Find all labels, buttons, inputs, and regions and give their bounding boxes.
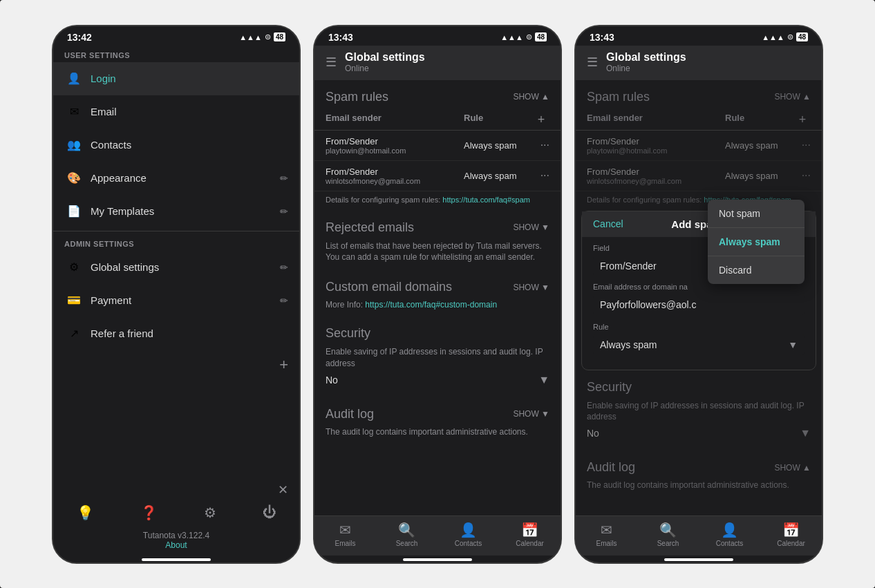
about-link[interactable]: About	[165, 540, 187, 550]
sidebar-item-email[interactable]: ✉ Email	[53, 95, 299, 129]
phone3-audit-header: Audit log SHOW ▲	[576, 451, 822, 480]
phone1: 13:42 ▲▲▲ ⊜ 48 USER SETTINGS 👤 Login ✉ E…	[52, 25, 301, 564]
edit-icon-payment: ✏	[280, 295, 288, 306]
phone3-status-icons: ▲▲▲ ⊜ 48	[762, 32, 808, 41]
audit-log-header: Audit log SHOW ▼	[314, 397, 561, 427]
email-label: Email	[91, 106, 288, 117]
phone3: 13:43 ▲▲▲ ⊜ 48 ☰ Global settings Online	[574, 25, 823, 564]
sidebar-item-appearance[interactable]: 🎨 Appearance ✏	[53, 162, 299, 195]
signal-icon: ▲▲▲	[500, 33, 523, 41]
sidebar-item-contacts[interactable]: 👥 Contacts	[53, 129, 299, 162]
col-rule-header: Rule	[464, 113, 533, 127]
logout-icon[interactable]: ⏻	[263, 504, 276, 521]
calendar-nav-icon: 📅	[521, 522, 538, 538]
phone3-bottom-nav: ✉ Emails 🔍 Search 👤 Contacts 📅 Calendar	[576, 515, 822, 556]
nav-calendar[interactable]: 📅 Calendar	[509, 522, 551, 547]
spam-row-2: From/Sender winlotsofmoney@gmail.com Alw…	[314, 161, 561, 191]
templates-label: My Templates	[91, 205, 280, 217]
contacts-label: Contacts	[91, 139, 288, 151]
option-always-spam[interactable]: Always spam	[708, 228, 805, 256]
rejected-emails-title: Rejected emails	[326, 220, 414, 235]
login-label: Login	[91, 73, 288, 84]
phone3-audit-desc: The audit log contains important adminis…	[587, 480, 811, 490]
phone1-time: 13:42	[67, 32, 92, 43]
phone3-audit-section: The audit log contains important adminis…	[576, 480, 822, 497]
spam-rules-title: Spam rules	[326, 90, 388, 104]
option-not-spam[interactable]: Not spam	[708, 200, 805, 228]
spam-rules-show-btn[interactable]: SHOW ▲	[513, 92, 549, 102]
nav-contacts[interactable]: 👤 Contacts	[448, 522, 489, 547]
sidebar-item-refer[interactable]: ↗ Refer a friend	[53, 317, 299, 350]
emails-nav-label: Emails	[335, 540, 355, 547]
phone3-security-arrow: ▼	[800, 427, 811, 439]
header-title-block: Global settings Online	[345, 51, 425, 73]
nav-emails[interactable]: ✉ Emails	[325, 522, 366, 547]
phone3-home-indicator	[664, 558, 733, 561]
phone3-spam-rules-title: Spam rules	[587, 90, 650, 104]
audit-section: The audit log contains important adminis…	[314, 427, 561, 444]
phone1-status-icons: ▲▲▲ ⊜ 48	[239, 32, 285, 41]
dialog-cancel-btn[interactable]: Cancel	[593, 218, 623, 229]
rule-selector[interactable]: Always spam ▼	[593, 334, 805, 356]
nav-search[interactable]: 🔍 Search	[386, 522, 428, 547]
lightbulb-icon[interactable]: 💡	[77, 504, 94, 521]
phone3-nav-emails[interactable]: ✉ Emails	[586, 522, 628, 547]
phone3-nav-calendar[interactable]: 📅 Calendar	[771, 522, 812, 547]
gear-icon: ⚙	[64, 258, 84, 277]
sidebar-item-global-settings[interactable]: ⚙ Global settings ✏	[53, 251, 299, 284]
add-spam-dialog: Cancel Add spam rule Ok Field From/Sende…	[581, 211, 816, 370]
security-title: Security	[326, 326, 370, 341]
phone3-spam-more-2: ···	[794, 169, 811, 182]
config-link[interactable]: https://tuta.com/faq#spam	[442, 196, 530, 204]
custom-domain-link[interactable]: https://tuta.com/faq#custom-domain	[363, 300, 497, 310]
phone3-spam-table-header: Email sender Rule +	[576, 110, 822, 131]
security-description: Enable saving of IP addresses in session…	[326, 346, 549, 370]
phone3-nav-search[interactable]: 🔍 Search	[648, 522, 689, 547]
audit-log-show-btn[interactable]: SHOW ▼	[513, 409, 549, 419]
rule-dropdown-arrow-icon: ▼	[788, 339, 798, 350]
add-item-button[interactable]: +	[279, 356, 288, 374]
phone3-spam-email-1: playtowin@hotmail.com	[587, 146, 725, 155]
header-title: Global settings	[345, 51, 425, 64]
user-settings-header: USER SETTINGS	[53, 46, 299, 62]
security-dropdown-arrow[interactable]: ▼	[538, 374, 549, 386]
phone3-config-text: Details for configuring spam rules:	[587, 196, 704, 204]
contacts-icon: 👥	[64, 135, 84, 155]
phone3-header: ☰ Global settings Online	[576, 46, 822, 80]
dialog-body: Field From/Sender Not spam Always spam D…	[582, 237, 816, 370]
spam-sender-1: From/Sender playtowin@hotmail.com	[326, 136, 464, 155]
option-discard[interactable]: Discard	[708, 256, 805, 284]
add-spam-rule-button[interactable]: +	[533, 113, 549, 127]
phone3-audit-title: Audit log	[587, 460, 635, 475]
phone3-contacts-nav-icon: 👤	[721, 522, 738, 538]
phone3-security-title: Security	[587, 380, 632, 395]
spam-more-2[interactable]: ···	[533, 169, 549, 182]
help-icon[interactable]: ❓	[140, 504, 158, 521]
envelope-icon: ✉	[64, 102, 84, 122]
rejected-show-btn[interactable]: SHOW ▼	[513, 222, 549, 232]
sidebar-item-payment[interactable]: 💳 Payment ✏	[53, 284, 299, 317]
admin-settings-header: ADMIN SETTINGS	[53, 234, 299, 251]
phone3-spam-show-btn: SHOW ▲	[774, 92, 811, 102]
phone3-nav-contacts[interactable]: 👤 Contacts	[709, 522, 751, 547]
phone3-screen: 13:43 ▲▲▲ ⊜ 48 ☰ Global settings Online	[574, 25, 823, 564]
spam-more-1[interactable]: ···	[533, 139, 549, 151]
settings-icon[interactable]: ⚙	[204, 504, 216, 521]
phone3-security-desc: Enable saving of IP addresses in session…	[587, 400, 811, 424]
hamburger-menu-3[interactable]: ☰	[587, 55, 598, 70]
sidebar-item-templates[interactable]: 📄 My Templates ✏	[53, 195, 299, 228]
email-input[interactable]: Payforfollowers@aol.c	[593, 294, 805, 316]
phone3-calendar-nav-icon: 📅	[782, 522, 800, 538]
spam-table-header: Email sender Rule +	[314, 110, 561, 131]
rejected-description: List of emails that have been rejected b…	[326, 240, 549, 264]
audit-log-title: Audit log	[326, 407, 374, 421]
phone3-spam-rule-2: Always spam	[725, 171, 794, 181]
hamburger-menu[interactable]: ☰	[326, 55, 337, 70]
close-button[interactable]: ✕	[278, 482, 288, 497]
custom-domains-show-btn[interactable]: SHOW ▼	[513, 283, 549, 292]
global-settings-label: Global settings	[91, 261, 280, 273]
sidebar-item-login[interactable]: 👤 Login	[53, 62, 299, 95]
phone3-col-rule: Rule	[725, 113, 794, 127]
spam-rule-2: Always spam	[464, 171, 533, 181]
wifi-icon: ⊜	[526, 32, 532, 41]
